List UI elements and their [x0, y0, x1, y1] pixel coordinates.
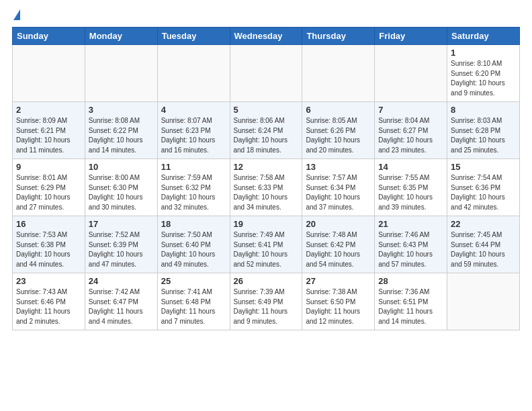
day-info: Sunrise: 8:01 AM Sunset: 6:29 PM Dayligh…: [16, 173, 81, 212]
calendar-cell: 2Sunrise: 8:09 AM Sunset: 6:21 PM Daylig…: [13, 102, 85, 159]
day-info: Sunrise: 7:39 AM Sunset: 6:49 PM Dayligh…: [234, 287, 299, 326]
calendar-cell: 9Sunrise: 8:01 AM Sunset: 6:29 PM Daylig…: [13, 159, 85, 216]
day-info: Sunrise: 8:08 AM Sunset: 6:22 PM Dayligh…: [89, 116, 154, 155]
calendar-cell: 25Sunrise: 7:41 AM Sunset: 6:48 PM Dayli…: [157, 273, 230, 330]
day-info: Sunrise: 7:48 AM Sunset: 6:42 PM Dayligh…: [306, 230, 371, 269]
day-number: 3: [89, 105, 154, 115]
calendar-week-row: 1Sunrise: 8:10 AM Sunset: 6:20 PM Daylig…: [13, 45, 520, 102]
day-info: Sunrise: 7:49 AM Sunset: 6:41 PM Dayligh…: [234, 230, 299, 269]
calendar-header-sunday: Sunday: [13, 28, 85, 45]
calendar-cell: [157, 45, 230, 102]
day-info: Sunrise: 8:10 AM Sunset: 6:20 PM Dayligh…: [451, 59, 516, 98]
day-number: 24: [89, 276, 154, 286]
day-number: 1: [451, 48, 516, 58]
day-info: Sunrise: 8:04 AM Sunset: 6:27 PM Dayligh…: [378, 116, 443, 155]
day-info: Sunrise: 7:59 AM Sunset: 6:32 PM Dayligh…: [161, 173, 226, 212]
day-number: 18: [161, 219, 226, 229]
calendar-cell: 27Sunrise: 7:38 AM Sunset: 6:50 PM Dayli…: [302, 273, 375, 330]
day-number: 8: [451, 105, 516, 115]
calendar-cell: 4Sunrise: 8:07 AM Sunset: 6:23 PM Daylig…: [157, 102, 230, 159]
calendar-week-row: 9Sunrise: 8:01 AM Sunset: 6:29 PM Daylig…: [13, 159, 520, 216]
calendar-cell: 6Sunrise: 8:05 AM Sunset: 6:26 PM Daylig…: [302, 102, 375, 159]
day-info: Sunrise: 7:54 AM Sunset: 6:36 PM Dayligh…: [451, 173, 516, 212]
calendar-week-row: 16Sunrise: 7:53 AM Sunset: 6:38 PM Dayli…: [13, 216, 520, 273]
day-number: 16: [16, 219, 81, 229]
calendar-cell: 14Sunrise: 7:55 AM Sunset: 6:35 PM Dayli…: [375, 159, 447, 216]
calendar-cell: 11Sunrise: 7:59 AM Sunset: 6:32 PM Dayli…: [157, 159, 230, 216]
day-number: 11: [161, 162, 226, 172]
calendar-cell: 26Sunrise: 7:39 AM Sunset: 6:49 PM Dayli…: [230, 273, 302, 330]
calendar-cell: [375, 45, 447, 102]
calendar-cell: 19Sunrise: 7:49 AM Sunset: 6:41 PM Dayli…: [230, 216, 302, 273]
calendar-cell: 13Sunrise: 7:57 AM Sunset: 6:34 PM Dayli…: [302, 159, 375, 216]
day-info: Sunrise: 8:03 AM Sunset: 6:28 PM Dayligh…: [451, 116, 516, 155]
calendar-header-thursday: Thursday: [302, 28, 375, 45]
calendar-cell: 3Sunrise: 8:08 AM Sunset: 6:22 PM Daylig…: [85, 102, 157, 159]
day-info: Sunrise: 7:58 AM Sunset: 6:33 PM Dayligh…: [234, 173, 299, 212]
day-info: Sunrise: 8:09 AM Sunset: 6:21 PM Dayligh…: [16, 116, 81, 155]
day-number: 28: [378, 276, 443, 286]
day-number: 22: [451, 219, 516, 229]
calendar-cell: 12Sunrise: 7:58 AM Sunset: 6:33 PM Dayli…: [230, 159, 302, 216]
calendar-header-friday: Friday: [375, 28, 447, 45]
day-number: 26: [234, 276, 299, 286]
calendar-cell: 18Sunrise: 7:50 AM Sunset: 6:40 PM Dayli…: [157, 216, 230, 273]
day-number: 4: [161, 105, 226, 115]
calendar-cell: 16Sunrise: 7:53 AM Sunset: 6:38 PM Dayli…: [13, 216, 85, 273]
calendar-cell: 24Sunrise: 7:42 AM Sunset: 6:47 PM Dayli…: [85, 273, 157, 330]
calendar: SundayMondayTuesdayWednesdayThursdayFrid…: [12, 27, 520, 330]
day-number: 15: [451, 162, 516, 172]
day-number: 20: [306, 219, 371, 229]
day-number: 25: [161, 276, 226, 286]
calendar-cell: [302, 45, 375, 102]
day-info: Sunrise: 7:57 AM Sunset: 6:34 PM Dayligh…: [306, 173, 371, 212]
day-info: Sunrise: 8:05 AM Sunset: 6:26 PM Dayligh…: [306, 116, 371, 155]
day-info: Sunrise: 7:55 AM Sunset: 6:35 PM Dayligh…: [378, 173, 443, 212]
calendar-cell: 21Sunrise: 7:46 AM Sunset: 6:43 PM Dayli…: [375, 216, 447, 273]
day-info: Sunrise: 7:38 AM Sunset: 6:50 PM Dayligh…: [306, 287, 371, 326]
day-number: 7: [378, 105, 443, 115]
day-number: 13: [306, 162, 371, 172]
day-number: 17: [89, 219, 154, 229]
day-number: 2: [16, 105, 81, 115]
day-info: Sunrise: 7:50 AM Sunset: 6:40 PM Dayligh…: [161, 230, 226, 269]
calendar-cell: [447, 273, 520, 330]
day-info: Sunrise: 8:00 AM Sunset: 6:30 PM Dayligh…: [89, 173, 154, 212]
calendar-header-row: SundayMondayTuesdayWednesdayThursdayFrid…: [13, 28, 520, 45]
day-number: 23: [16, 276, 81, 286]
calendar-header-wednesday: Wednesday: [230, 28, 302, 45]
day-info: Sunrise: 7:53 AM Sunset: 6:38 PM Dayligh…: [16, 230, 81, 269]
page: SundayMondayTuesdayWednesdayThursdayFrid…: [0, 0, 532, 337]
day-number: 14: [378, 162, 443, 172]
calendar-week-row: 23Sunrise: 7:43 AM Sunset: 6:46 PM Dayli…: [13, 273, 520, 330]
day-info: Sunrise: 8:06 AM Sunset: 6:24 PM Dayligh…: [234, 116, 299, 155]
calendar-cell: [230, 45, 302, 102]
calendar-cell: 22Sunrise: 7:45 AM Sunset: 6:44 PM Dayli…: [447, 216, 520, 273]
calendar-cell: 10Sunrise: 8:00 AM Sunset: 6:30 PM Dayli…: [85, 159, 157, 216]
day-number: 19: [234, 219, 299, 229]
calendar-cell: 28Sunrise: 7:36 AM Sunset: 6:51 PM Dayli…: [375, 273, 447, 330]
calendar-header-monday: Monday: [85, 28, 157, 45]
calendar-cell: 8Sunrise: 8:03 AM Sunset: 6:28 PM Daylig…: [447, 102, 520, 159]
day-number: 9: [16, 162, 81, 172]
day-number: 27: [306, 276, 371, 286]
calendar-week-row: 2Sunrise: 8:09 AM Sunset: 6:21 PM Daylig…: [13, 102, 520, 159]
calendar-header-saturday: Saturday: [447, 28, 520, 45]
logo-triangle-icon: [13, 9, 20, 20]
header: [12, 12, 520, 20]
day-number: 10: [89, 162, 154, 172]
day-info: Sunrise: 7:46 AM Sunset: 6:43 PM Dayligh…: [378, 230, 443, 269]
day-number: 12: [234, 162, 299, 172]
calendar-cell: 1Sunrise: 8:10 AM Sunset: 6:20 PM Daylig…: [447, 45, 520, 102]
day-info: Sunrise: 7:45 AM Sunset: 6:44 PM Dayligh…: [451, 230, 516, 269]
calendar-cell: 20Sunrise: 7:48 AM Sunset: 6:42 PM Dayli…: [302, 216, 375, 273]
day-info: Sunrise: 7:36 AM Sunset: 6:51 PM Dayligh…: [378, 287, 443, 326]
day-info: Sunrise: 7:52 AM Sunset: 6:39 PM Dayligh…: [89, 230, 154, 269]
calendar-cell: 17Sunrise: 7:52 AM Sunset: 6:39 PM Dayli…: [85, 216, 157, 273]
calendar-cell: [85, 45, 157, 102]
day-number: 5: [234, 105, 299, 115]
calendar-cell: 23Sunrise: 7:43 AM Sunset: 6:46 PM Dayli…: [13, 273, 85, 330]
day-info: Sunrise: 8:07 AM Sunset: 6:23 PM Dayligh…: [161, 116, 226, 155]
day-number: 21: [378, 219, 443, 229]
calendar-cell: [13, 45, 85, 102]
